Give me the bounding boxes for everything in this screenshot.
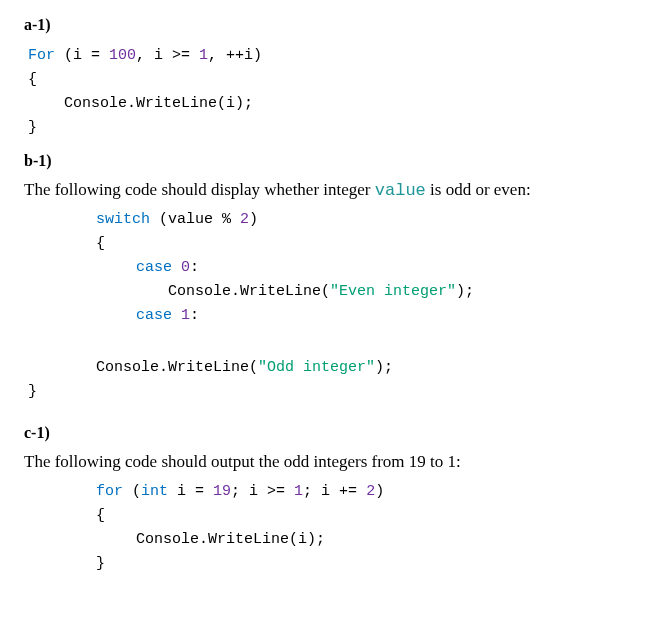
number: 2 [366, 483, 375, 500]
code-line: Console.WriteLine(i); [28, 528, 628, 552]
section-b-label: b-1) [24, 152, 628, 170]
code-text: ) [249, 211, 258, 228]
code-line: case 0: [28, 256, 628, 280]
section-c-desc: The following code should output the odd… [24, 452, 628, 472]
section-c-label: c-1) [24, 424, 628, 442]
code-line: } [28, 552, 628, 576]
code-line: For (i = 100, i >= 1, ++i) [28, 44, 628, 68]
section-a-label: a-1) [24, 16, 628, 34]
code-block-c: for (int i = 19; i >= 1; i += 2) { Conso… [28, 480, 628, 576]
section-b-desc: The following code should display whethe… [24, 180, 628, 200]
code-block-a: For (i = 100, i >= 1, ++i) { Console.Wri… [28, 44, 628, 140]
code-text: Console.WriteLine( [168, 283, 330, 300]
code-block-b: switch (value % 2) { case 0: Console.Wri… [28, 208, 628, 404]
code-line: Console.WriteLine("Odd integer"); [28, 356, 628, 380]
keyword-int: int [141, 483, 168, 500]
desc-text: The following code should display whethe… [24, 180, 375, 199]
code-text: : [190, 307, 199, 324]
code-line: case 1: [28, 304, 628, 328]
code-text: (value % [150, 211, 240, 228]
code-text: , ++i) [208, 47, 262, 64]
number: 1 [294, 483, 303, 500]
string: "Odd integer" [258, 359, 375, 376]
number: 2 [240, 211, 249, 228]
code-text: ; i += [303, 483, 366, 500]
code-text [172, 259, 181, 276]
keyword-case: case [136, 307, 172, 324]
code-line: for (int i = 19; i >= 1; i += 2) [28, 480, 628, 504]
code-line: Console.WriteLine(i); [28, 92, 628, 116]
code-line: { [28, 504, 628, 528]
code-line: Console.WriteLine("Even integer"); [28, 280, 628, 304]
code-text: ); [456, 283, 474, 300]
keyword-switch: switch [96, 211, 150, 228]
code-text: Console.WriteLine(i); [64, 95, 253, 112]
code-text: : [190, 259, 199, 276]
code-line: { [28, 68, 628, 92]
code-text: ) [375, 483, 384, 500]
keyword-for: For [28, 47, 55, 64]
keyword-for: for [96, 483, 123, 500]
code-text: , i >= [136, 47, 199, 64]
code-text: ); [375, 359, 393, 376]
string: "Even integer" [330, 283, 456, 300]
code-text: ; i >= [231, 483, 294, 500]
number: 1 [199, 47, 208, 64]
code-text [172, 307, 181, 324]
code-text: Console.WriteLine( [96, 359, 258, 376]
number: 0 [181, 259, 190, 276]
number: 1 [181, 307, 190, 324]
code-line: { [28, 232, 628, 256]
number: 100 [109, 47, 136, 64]
desc-text: is odd or even: [426, 180, 531, 199]
code-line: } [28, 116, 628, 140]
code-text: (i = [55, 47, 109, 64]
code-line: } [28, 380, 628, 404]
code-line: switch (value % 2) [28, 208, 628, 232]
code-text: i = [168, 483, 213, 500]
code-text: ( [123, 483, 141, 500]
desc-var: value [375, 181, 426, 200]
keyword-case: case [136, 259, 172, 276]
number: 19 [213, 483, 231, 500]
